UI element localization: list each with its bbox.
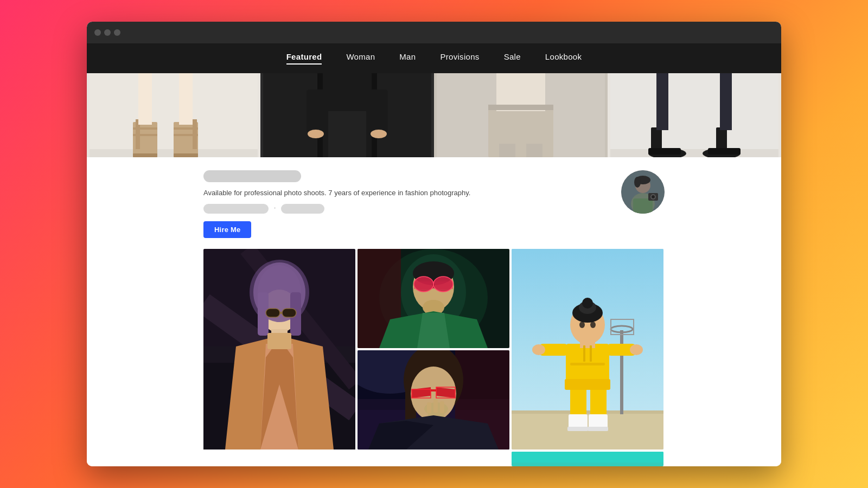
svg-rect-62 bbox=[267, 333, 291, 349]
photo-1-svg bbox=[203, 249, 355, 450]
photo-column-1 bbox=[203, 249, 355, 467]
svg-rect-36 bbox=[656, 73, 668, 130]
hero-image-2-svg bbox=[260, 73, 434, 157]
traffic-lights bbox=[94, 29, 120, 36]
svg-point-46 bbox=[652, 195, 655, 198]
teal-bar-svg bbox=[512, 452, 663, 463]
svg-rect-122 bbox=[583, 345, 585, 362]
hero-strip bbox=[87, 73, 781, 157]
svg-rect-89 bbox=[431, 389, 436, 391]
photo-teal-accent bbox=[512, 452, 663, 467]
maximize-button-icon[interactable] bbox=[114, 29, 120, 36]
svg-rect-28 bbox=[610, 73, 778, 157]
svg-rect-23 bbox=[488, 106, 553, 157]
profile-tags: · bbox=[203, 204, 610, 214]
svg-rect-10 bbox=[174, 127, 198, 130]
svg-rect-21 bbox=[328, 111, 366, 157]
photo-column-3 bbox=[512, 249, 663, 467]
tag-separator: · bbox=[274, 204, 276, 214]
close-button-icon[interactable] bbox=[94, 29, 101, 36]
nav-items: Featured Woman Man Provisions Sale Lookb… bbox=[286, 52, 582, 65]
svg-rect-37 bbox=[720, 73, 732, 130]
hire-me-button[interactable]: Hire Me bbox=[203, 221, 251, 238]
profile-left: Available for professional photo shoots.… bbox=[203, 170, 610, 238]
svg-rect-109 bbox=[565, 379, 610, 390]
nav-item-lookbook[interactable]: Lookbook bbox=[545, 52, 582, 65]
svg-point-112 bbox=[532, 344, 545, 355]
photo-grid bbox=[203, 249, 665, 467]
svg-rect-9 bbox=[174, 153, 198, 157]
hero-panel-beige-outfit bbox=[434, 73, 608, 157]
nav-item-woman[interactable]: Woman bbox=[346, 52, 375, 65]
avatar-image bbox=[621, 170, 665, 214]
hero-image-1-svg bbox=[87, 73, 260, 157]
nav-item-provisions[interactable]: Provisions bbox=[440, 52, 479, 65]
svg-rect-99 bbox=[620, 330, 623, 414]
hero-panel-black-outfit bbox=[260, 73, 434, 157]
nav-item-man[interactable]: Man bbox=[399, 52, 416, 65]
svg-rect-29 bbox=[610, 149, 778, 157]
browser-window: Featured Woman Man Provisions Sale Lookb… bbox=[87, 22, 781, 466]
svg-point-119 bbox=[579, 322, 585, 328]
site-content: Featured Woman Man Provisions Sale Lookb… bbox=[87, 43, 781, 466]
svg-rect-58 bbox=[266, 309, 280, 317]
profile-bio: Available for professional photo shoots.… bbox=[203, 188, 610, 198]
svg-rect-124 bbox=[512, 452, 663, 463]
svg-rect-123 bbox=[590, 345, 592, 362]
svg-rect-106 bbox=[567, 427, 588, 431]
svg-rect-93 bbox=[433, 399, 438, 413]
hero-image-3-svg bbox=[434, 73, 608, 157]
svg-rect-94 bbox=[440, 401, 444, 413]
photo-yellow-outfit[interactable] bbox=[512, 249, 663, 450]
svg-rect-60 bbox=[280, 312, 282, 314]
svg-rect-4 bbox=[133, 153, 157, 157]
svg-rect-13 bbox=[179, 73, 193, 125]
svg-rect-6 bbox=[133, 134, 157, 136]
svg-rect-98 bbox=[512, 410, 663, 414]
photo-2-svg bbox=[358, 249, 509, 348]
svg-rect-27 bbox=[526, 144, 542, 157]
svg-point-113 bbox=[630, 344, 643, 355]
photo-3-svg bbox=[358, 350, 509, 450]
svg-rect-17 bbox=[307, 89, 326, 133]
svg-rect-35 bbox=[708, 148, 741, 155]
svg-point-118 bbox=[582, 298, 593, 309]
svg-point-19 bbox=[308, 130, 324, 138]
photo-4-svg bbox=[512, 249, 663, 450]
nav-bar: Featured Woman Man Provisions Sale Lookb… bbox=[87, 43, 781, 73]
photo-green-man[interactable] bbox=[358, 249, 509, 348]
hero-image-4-svg bbox=[608, 73, 781, 157]
profile-tag-1 bbox=[203, 204, 269, 214]
photo-column-2 bbox=[358, 249, 509, 467]
profile-avatar bbox=[621, 170, 665, 214]
svg-point-20 bbox=[371, 130, 387, 138]
profile-section: Available for professional photo shoots.… bbox=[203, 157, 665, 249]
svg-rect-25 bbox=[488, 105, 553, 110]
svg-rect-92 bbox=[427, 402, 431, 413]
hero-panel-shoes bbox=[87, 73, 260, 157]
svg-rect-59 bbox=[282, 309, 296, 317]
svg-rect-121 bbox=[570, 363, 605, 365]
hero-panel-dark-shoes bbox=[608, 73, 781, 157]
photo-red-sunglasses[interactable] bbox=[358, 350, 509, 450]
svg-rect-26 bbox=[499, 144, 515, 157]
minimize-button-icon[interactable] bbox=[104, 29, 111, 36]
nav-item-sale[interactable]: Sale bbox=[504, 52, 521, 65]
svg-rect-12 bbox=[138, 73, 152, 125]
photo-purple-coat[interactable] bbox=[203, 249, 355, 467]
profile-name-placeholder bbox=[203, 170, 301, 182]
svg-rect-18 bbox=[369, 89, 388, 133]
svg-rect-107 bbox=[588, 427, 608, 431]
svg-point-42 bbox=[634, 177, 641, 188]
profile-tag-2 bbox=[281, 204, 324, 214]
svg-point-120 bbox=[590, 322, 596, 328]
browser-chrome bbox=[87, 22, 781, 43]
svg-rect-43 bbox=[633, 198, 653, 214]
nav-item-featured[interactable]: Featured bbox=[286, 52, 322, 65]
svg-rect-32 bbox=[648, 148, 681, 155]
svg-rect-11 bbox=[174, 134, 198, 136]
svg-rect-5 bbox=[133, 127, 157, 130]
